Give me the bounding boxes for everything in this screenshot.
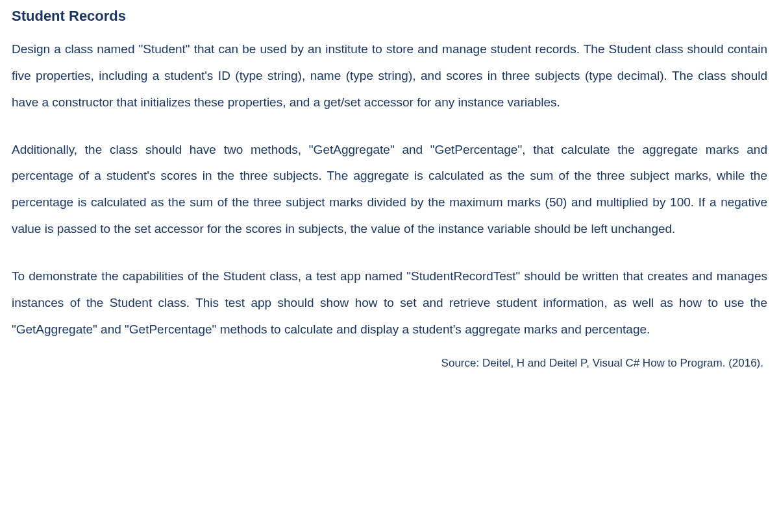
paragraph-3: To demonstrate the capabilities of the S… <box>12 263 767 343</box>
source-citation: Source: Deitel, H and Deitel P, Visual C… <box>12 357 767 370</box>
document-title: Student Records <box>12 8 767 25</box>
paragraph-2: Additionally, the class should have two … <box>12 137 767 243</box>
paragraph-1: Design a class named "Student" that can … <box>12 36 767 116</box>
